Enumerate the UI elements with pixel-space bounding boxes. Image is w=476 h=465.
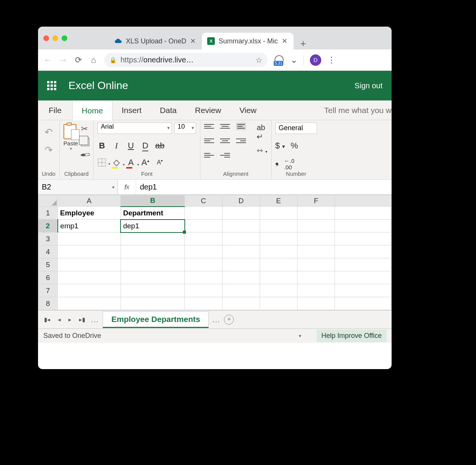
align-right-button[interactable] [236, 137, 246, 145]
bookmark-star-icon[interactable]: ☆ [255, 56, 262, 65]
cell[interactable] [58, 284, 121, 297]
cell[interactable] [335, 207, 391, 220]
cell[interactable] [297, 297, 335, 310]
cell[interactable] [297, 258, 335, 271]
close-window-button[interactable] [43, 35, 49, 41]
ribbon-tab-view[interactable]: View [230, 100, 266, 120]
cut-button[interactable]: ✂ [81, 124, 89, 134]
row-header[interactable]: 3 [38, 232, 58, 245]
sheet-nav-first[interactable]: ▮◂ [42, 316, 52, 323]
font-family-select[interactable]: Arial▾ [97, 123, 172, 134]
cell[interactable] [58, 245, 121, 258]
row-header[interactable]: 8 [38, 297, 58, 310]
column-header[interactable] [335, 195, 391, 207]
cell[interactable] [121, 258, 185, 271]
cell[interactable] [185, 207, 222, 220]
ribbon-tab-insert[interactable]: Insert [113, 100, 151, 120]
cell[interactable] [121, 284, 185, 297]
forward-button[interactable]: → [59, 55, 68, 65]
cell[interactable] [185, 220, 222, 232]
number-format-select[interactable]: General [275, 123, 317, 134]
column-header[interactable]: D [222, 195, 260, 207]
wrap-text-button[interactable]: ab↵ [257, 123, 267, 141]
formula-input[interactable]: dep1 [136, 180, 392, 194]
ribbon-tab-review[interactable]: Review [186, 100, 230, 120]
new-tab-button[interactable]: + [294, 38, 313, 49]
cell[interactable] [58, 297, 121, 310]
cell[interactable] [185, 245, 222, 258]
row-header[interactable]: 7 [38, 284, 58, 297]
tell-me-search[interactable]: Tell me what you w [315, 100, 392, 120]
undo-button[interactable]: ↶ [44, 126, 53, 138]
increase-indent-button[interactable] [220, 151, 230, 159]
sheet-nav-next[interactable]: ▸ [66, 316, 74, 323]
cell[interactable] [297, 220, 335, 232]
cell[interactable] [335, 297, 391, 310]
ribbon-tab-file[interactable]: File [38, 100, 72, 120]
row-header[interactable]: 5 [38, 258, 58, 271]
status-chevron-icon[interactable]: ▾ [299, 333, 301, 339]
cell[interactable] [297, 232, 335, 245]
cell[interactable] [297, 207, 335, 220]
cell[interactable] [58, 232, 121, 245]
cell[interactable] [185, 232, 222, 245]
cell[interactable] [222, 284, 260, 297]
cell[interactable]: emp1 [58, 220, 121, 232]
fill-color-button[interactable]: ◇▾ [112, 158, 121, 167]
increase-font-button[interactable]: A▴ [141, 158, 150, 167]
cell[interactable] [222, 207, 260, 220]
cell[interactable] [121, 245, 185, 258]
home-button[interactable]: ⌂ [89, 55, 98, 65]
cell[interactable] [121, 271, 185, 284]
minimize-window-button[interactable] [52, 35, 58, 41]
cell[interactable] [58, 258, 121, 271]
name-box[interactable]: B2▾ [38, 180, 118, 194]
cell-selected[interactable]: dep1 [121, 220, 185, 232]
cell[interactable] [260, 245, 297, 258]
help-improve-office-button[interactable]: Help Improve Office [317, 330, 386, 342]
cell[interactable] [335, 220, 391, 232]
font-color-button[interactable]: A▾ [126, 158, 135, 167]
align-bottom-button[interactable] [236, 123, 246, 130]
sheet-overflow-right[interactable]: … [212, 315, 221, 325]
cell[interactable] [260, 207, 297, 220]
decrease-indent-button[interactable] [204, 151, 214, 159]
borders-button[interactable]: ▾ [97, 158, 106, 167]
ribbon-tab-data[interactable]: Data [151, 100, 186, 120]
cell[interactable] [121, 232, 185, 245]
merge-cells-button[interactable]: ⇿ ▾ [257, 146, 267, 155]
sheet-overflow-left[interactable]: … [90, 315, 100, 325]
increase-decimal-button[interactable]: ←.0.00 [284, 158, 295, 170]
browser-tab-onedrive[interactable]: XLS Upload - OneD ✕ [109, 33, 202, 49]
cell[interactable] [222, 220, 260, 232]
cell[interactable] [260, 297, 297, 310]
column-header[interactable]: E [260, 195, 297, 207]
decrease-font-button[interactable]: A▾ [155, 159, 164, 166]
row-header[interactable]: 2 [38, 220, 58, 232]
cell[interactable] [260, 232, 297, 245]
cell[interactable] [335, 258, 391, 271]
sign-out-link[interactable]: Sign out [355, 81, 382, 90]
paste-button[interactable]: Paste ▾ [63, 123, 78, 151]
cell[interactable] [222, 232, 260, 245]
address-bar[interactable]: 🔒 https://onedrive.live… ☆ [104, 53, 268, 67]
bold-button[interactable]: B [97, 141, 106, 151]
cell[interactable]: Employee [58, 207, 121, 220]
sheet-nav-last[interactable]: ▸▮ [77, 316, 87, 323]
cell[interactable] [335, 271, 391, 284]
select-all-corner[interactable] [38, 195, 58, 207]
redo-button[interactable]: ↷ [44, 144, 53, 156]
cell[interactable] [260, 284, 297, 297]
browser-menu-button[interactable]: ⋮ [327, 55, 336, 65]
cell[interactable]: Department [121, 207, 185, 220]
cell[interactable] [222, 245, 260, 258]
font-size-select[interactable]: 10▾ [174, 123, 196, 134]
app-launcher-icon[interactable] [47, 81, 56, 90]
percent-button[interactable]: % [290, 141, 298, 151]
sheet-tab-active[interactable]: Employee Departments [103, 311, 209, 328]
row-header[interactable]: 1 [38, 207, 58, 220]
align-center-button[interactable] [220, 137, 230, 145]
strikethrough-button[interactable]: ab [155, 141, 164, 151]
cell[interactable] [260, 258, 297, 271]
profile-avatar[interactable]: D [310, 54, 321, 66]
